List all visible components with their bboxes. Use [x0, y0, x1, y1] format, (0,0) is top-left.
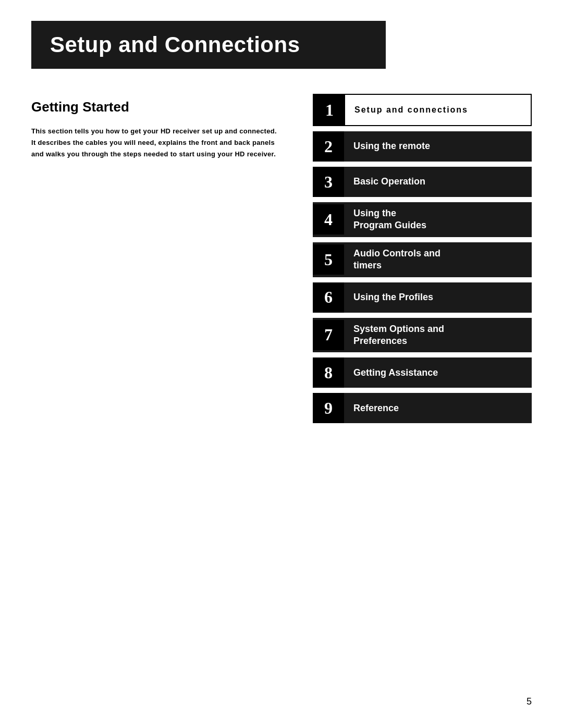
nav-number-4: 4 [313, 204, 344, 235]
nav-item-6[interactable]: 6Using the Profiles [313, 282, 532, 313]
nav-item-9[interactable]: 9Reference [313, 393, 532, 423]
nav-item-3[interactable]: 3Basic Operation [313, 167, 532, 197]
section-description: This section tells you how to get your H… [31, 126, 282, 160]
nav-label-6: Using the Profiles [344, 286, 443, 309]
left-panel: Getting Started This section tells you h… [31, 94, 282, 160]
nav-label-7: System Options and Preferences [344, 318, 454, 353]
nav-item-5[interactable]: 5Audio Controls and timers [313, 242, 532, 277]
nav-number-9: 9 [313, 393, 344, 423]
nav-number-2: 2 [313, 131, 344, 162]
nav-item-7[interactable]: 7System Options and Preferences [313, 318, 532, 353]
nav-label-9: Reference [344, 397, 408, 419]
nav-label-2: Using the remote [344, 135, 439, 157]
nav-item-1[interactable]: 1Setup and connections [313, 94, 532, 126]
nav-label-4: Using the Program Guides [344, 202, 436, 237]
nav-number-7: 7 [313, 320, 344, 350]
nav-number-6: 6 [313, 282, 344, 313]
page-number: 5 [527, 696, 532, 707]
nav-number-5: 5 [313, 244, 344, 275]
nav-label-3: Basic Operation [344, 170, 435, 193]
nav-list: 1Setup and connections2Using the remote3… [313, 94, 532, 423]
page-title: Setup and Connections [50, 32, 367, 57]
section-title: Getting Started [31, 99, 282, 115]
nav-label-5: Audio Controls and timers [344, 242, 450, 277]
nav-number-1: 1 [314, 95, 345, 125]
nav-label-8: Getting Assistance [344, 362, 447, 384]
nav-label-1: Setup and connections [345, 100, 478, 121]
nav-item-4[interactable]: 4Using the Program Guides [313, 202, 532, 237]
nav-item-8[interactable]: 8Getting Assistance [313, 357, 532, 388]
nav-item-2[interactable]: 2Using the remote [313, 131, 532, 162]
nav-number-8: 8 [313, 357, 344, 388]
nav-number-3: 3 [313, 167, 344, 197]
page-header: Setup and Connections [31, 21, 386, 69]
